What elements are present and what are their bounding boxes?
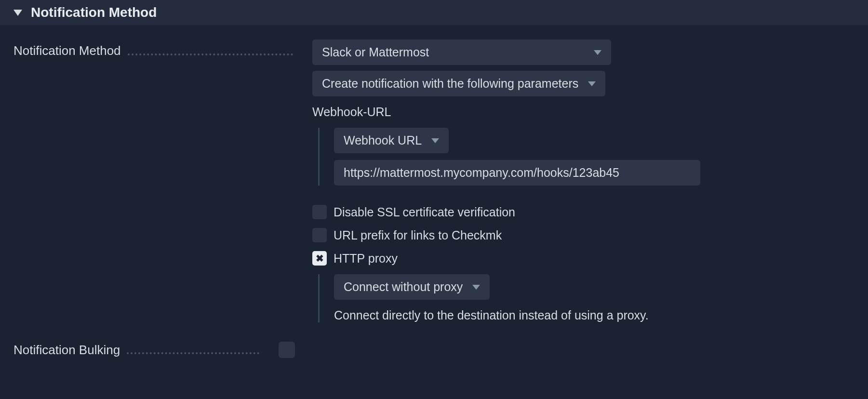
- webhook-url-input[interactable]: [334, 160, 700, 186]
- params-select[interactable]: Create notification with the following p…: [312, 71, 605, 96]
- dotted-fill: [127, 346, 259, 354]
- chevron-down-icon: [472, 285, 480, 290]
- url-prefix-checkbox-row: URL prefix for links to Checkmk: [312, 228, 855, 242]
- proxy-description: Connect directly to the destination inst…: [334, 308, 855, 322]
- webhook-url-select[interactable]: Webhook URL: [334, 128, 449, 153]
- url-prefix-checkbox[interactable]: [312, 228, 327, 242]
- http-proxy-checkbox-label: HTTP proxy: [334, 252, 398, 266]
- collapse-icon: [13, 10, 22, 16]
- bulking-checkbox-cell: [269, 342, 295, 358]
- chevron-down-icon: [594, 50, 601, 55]
- proxy-select-value: Connect without proxy: [344, 280, 463, 294]
- notification-method-row: Notification Method Slack or Mattermost …: [13, 40, 855, 322]
- bulking-label: Notification Bulking: [13, 343, 120, 358]
- webhook-block: Webhook URL: [318, 128, 855, 186]
- section-header[interactable]: Notification Method: [0, 0, 868, 25]
- bulking-checkbox[interactable]: [279, 342, 295, 358]
- dotted-fill: [128, 47, 293, 55]
- params-select-value: Create notification with the following p…: [322, 77, 578, 91]
- proxy-block: Connect without proxy Connect directly t…: [318, 274, 855, 322]
- method-select-value: Slack or Mattermost: [322, 45, 429, 59]
- ssl-checkbox-row: Disable SSL certificate verification: [312, 205, 855, 219]
- method-label: Notification Method: [13, 43, 121, 58]
- http-proxy-checkbox[interactable]: ✖: [312, 251, 327, 266]
- method-select[interactable]: Slack or Mattermost: [312, 40, 611, 65]
- proxy-select[interactable]: Connect without proxy: [334, 274, 490, 300]
- webhook-section-label: Webhook-URL: [312, 105, 855, 119]
- check-icon: ✖: [316, 253, 324, 264]
- http-proxy-checkbox-row: ✖ HTTP proxy: [312, 251, 855, 266]
- bulking-row: Notification Bulking: [13, 342, 855, 358]
- ssl-checkbox-label: Disable SSL certificate verification: [334, 205, 515, 219]
- section-title: Notification Method: [31, 5, 157, 20]
- form-body: Notification Method Slack or Mattermost …: [0, 25, 868, 372]
- chevron-down-icon: [431, 138, 439, 143]
- url-prefix-checkbox-label: URL prefix for links to Checkmk: [334, 228, 502, 242]
- chevron-down-icon: [588, 81, 596, 86]
- ssl-checkbox[interactable]: [312, 205, 327, 219]
- webhook-url-select-value: Webhook URL: [344, 133, 422, 147]
- bulking-label-cell: Notification Bulking: [13, 343, 269, 358]
- method-label-cell: Notification Method: [13, 40, 303, 58]
- method-value-cell: Slack or Mattermost Create notification …: [303, 40, 855, 322]
